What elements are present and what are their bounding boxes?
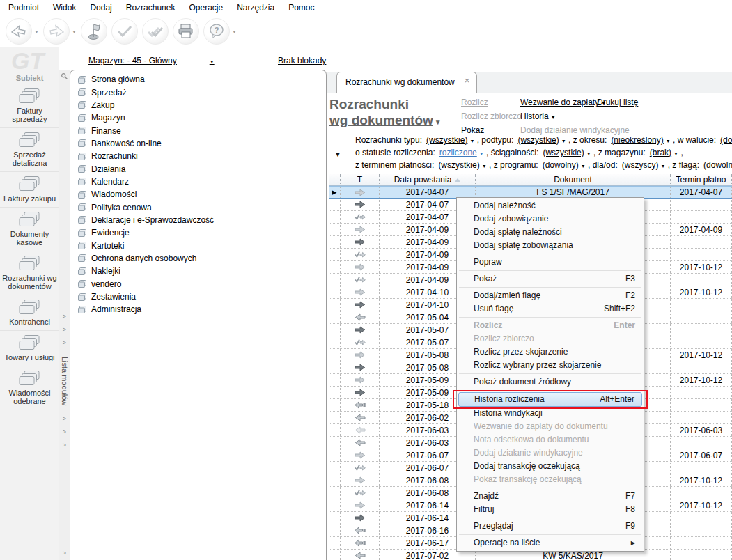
tree-item-magazyn[interactable]: Magazyn: [76, 111, 326, 124]
flag-button[interactable]: [81, 18, 107, 45]
tree-item-vendero[interactable]: vendero: [76, 278, 326, 290]
filter-value-dowolny[interactable]: (dowolny)▼: [543, 160, 586, 170]
row-marker-cell: [329, 236, 341, 248]
tree-item-ochrona-danych-osobowych[interactable]: Ochrona danych osobowych: [76, 252, 326, 265]
tree-item-zestawienia[interactable]: Zestawienia: [76, 290, 326, 303]
module-item-towary-i-uslugi[interactable]: Towary i usługi: [0, 330, 59, 366]
column-header-termin-platno[interactable]: Termin płatno: [671, 174, 732, 185]
tree-item-deklaracje-i-e-sprawozdawczosc[interactable]: Deklaracje i e-Sprawozdawczość: [76, 214, 326, 226]
menu-item-popraw[interactable]: Popraw: [457, 256, 644, 269]
tree-item-polityka-cenowa[interactable]: Polityka cenowa: [76, 201, 326, 213]
sort-asc-icon: [455, 178, 460, 182]
nav-back-button[interactable]: [6, 18, 32, 45]
warehouse-selector[interactable]: Magazyn: - 45 - Główny▼: [88, 56, 245, 65]
menu-item-pokaz[interactable]: PokażF3: [457, 272, 644, 286]
column-header-dokument[interactable]: Dokument: [476, 174, 671, 185]
filter-label: z terminem płatności:: [355, 160, 434, 170]
filter-value-wszystkie[interactable]: (wszystkie)▼: [438, 160, 486, 170]
tab-rozrachunki-wg-dokumentow[interactable]: Rozrachunki wg dokumentów ×: [336, 72, 477, 93]
type-cell: [341, 487, 380, 499]
chevron-down-icon[interactable]: ▼: [232, 29, 237, 34]
help-button[interactable]: ?: [203, 18, 230, 45]
menu-item-dodaj-transakcje-oczekujaca[interactable]: Dodaj transakcję oczekującą: [457, 460, 644, 473]
action-link-drukuj-liste[interactable]: Drukuj listę: [597, 98, 638, 107]
nav-forward-button[interactable]: [43, 18, 70, 45]
filter-value-nieokreslony[interactable]: (nieokreślony)▼: [611, 135, 670, 145]
menu-item-rozlicz-wybrany-przez-skojarzenie[interactable]: Rozlicz wybrany przez skojarzenie: [457, 359, 644, 372]
due-date-cell: [671, 236, 732, 248]
menubar-item-operacje[interactable]: Operacje: [182, 1, 230, 15]
menu-item-usun-flage[interactable]: Usuń flagęShift+F2: [457, 302, 644, 316]
chevron-down-icon[interactable]: ▼: [34, 29, 39, 34]
tree-item-wiadomosci[interactable]: Wiadomości: [76, 188, 326, 201]
filter-collapse-toggle[interactable]: ▼: [334, 150, 341, 158]
tree-item-strona-glowna[interactable]: Strona główna: [76, 73, 326, 86]
menu-item-historia-windykacji[interactable]: Historia windykacji: [457, 407, 644, 420]
row-marker-cell: [329, 512, 341, 524]
print-button[interactable]: [173, 18, 199, 45]
module-item-faktury-zakupu[interactable]: Faktury zakupu: [0, 171, 59, 207]
menu-item-dodaj-splate-naleznosci[interactable]: Dodaj spłatę należności: [457, 226, 644, 239]
tree-item-rozrachunki[interactable]: Rozrachunki: [76, 150, 326, 162]
module-item-sprzedaz-detaliczna[interactable]: Sprzedaż detaliczna: [0, 127, 59, 171]
filter-value-rozliczone[interactable]: rozliczone▼: [439, 148, 484, 157]
tree-item-sprzedaz[interactable]: Sprzedaż: [76, 86, 326, 98]
menubar-item-narzedzia[interactable]: Narzędzia: [230, 1, 281, 15]
tree-item-naklejki[interactable]: Naklejki: [76, 265, 326, 277]
filter-value-dowolna[interactable]: (dowolna)▼: [720, 135, 732, 145]
filter-value-wszystkie[interactable]: (wszystkie)▼: [517, 135, 566, 145]
column-header-data-powstania[interactable]: Data powstania: [380, 174, 476, 185]
menubar-item-rozrachunek[interactable]: Rozrachunek: [119, 1, 182, 15]
menu-item-rozlicz-przez-skojarzenie[interactable]: Rozlicz przez skojarzenie: [457, 345, 644, 359]
menu-item-operacje-na-liscie[interactable]: Operacje na liście▶: [457, 536, 644, 550]
filter-value-wszystkie[interactable]: (wszystkie)▼: [426, 135, 474, 145]
chevron-right-icon[interactable]: >: [63, 547, 66, 560]
menubar-item-dodaj[interactable]: Dodaj: [83, 1, 118, 15]
menu-item-dodaj-zobowiazanie[interactable]: Dodaj zobowiązanie: [457, 212, 644, 226]
menubar-item-podmiot[interactable]: Podmiot: [1, 1, 46, 15]
action-link-historia[interactable]: Historia▼: [520, 111, 630, 121]
settle-batch-button[interactable]: [142, 18, 169, 45]
tree-item-ewidencje[interactable]: Ewidencje: [76, 226, 326, 239]
menu-item-znajdz[interactable]: ZnajdźF7: [457, 490, 644, 503]
tree-item-kartoteki[interactable]: Kartoteki: [76, 239, 326, 251]
column-header-t[interactable]: T: [341, 174, 380, 185]
menu-item-pokaz-dokument-zrodlowy[interactable]: Pokaż dokument źródłowy: [457, 375, 644, 389]
chevron-right-icon[interactable]: >: [63, 323, 66, 336]
lock-status-link[interactable]: Brak blokady: [278, 56, 326, 65]
filter-value-dowolna[interactable]: (dowolna)▼: [703, 160, 732, 170]
menu-item-dodaj-splate-zobowiazania[interactable]: Dodaj spłatę zobowiązania: [457, 239, 644, 252]
module-item-dokumenty-kasowe[interactable]: Dokumenty kasowe: [0, 207, 59, 251]
menu-item-historia-rozliczenia[interactable]: Historia rozliczeniaAlt+Enter: [458, 392, 642, 407]
tree-item-dzialania[interactable]: Działania: [76, 162, 326, 175]
tree-item-zakup[interactable]: Zakup: [76, 99, 326, 111]
module-item-rozrachunki-wg-dokumentow[interactable]: Rozrachunki wg dokumentów: [0, 251, 59, 295]
filter-value-brak[interactable]: (brak)▼: [650, 148, 678, 157]
page-title[interactable]: Rozrachunki wg dokumentów▼: [329, 96, 442, 130]
chevron-right-icon[interactable]: >: [63, 426, 66, 439]
menu-item-dodaj-zmien-flage[interactable]: Dodaj/zmień flagęF2: [457, 289, 644, 302]
chevron-right-icon[interactable]: >: [63, 439, 66, 452]
menu-item-przegladaj[interactable]: PrzeglądajF9: [457, 520, 644, 533]
chevron-right-icon[interactable]: >: [63, 412, 66, 426]
chevron-down-icon[interactable]: ▼: [72, 29, 77, 34]
module-item-wiadomosci-odebrane[interactable]: Wiadomości odebrane: [0, 366, 59, 410]
tree-item-finanse[interactable]: Finanse: [76, 124, 326, 137]
module-item-kontrahenci[interactable]: Kontrahenci: [0, 295, 59, 330]
module-item-faktury-sprzedazy[interactable]: Faktury sprzedaży: [0, 84, 59, 127]
pin-icon[interactable]: [61, 72, 68, 80]
chevron-right-icon[interactable]: >: [63, 310, 66, 323]
filter-value-wszystkie[interactable]: (wszystkie)▼: [543, 148, 591, 157]
chevron-right-icon[interactable]: >: [63, 336, 66, 350]
filter-value-wszyscy[interactable]: (wszyscy)▼: [622, 160, 666, 170]
settle-button[interactable]: [111, 18, 138, 45]
menubar-item-widok[interactable]: Widok: [46, 1, 83, 15]
tree-item-bankowosc-on-line[interactable]: Bankowość on-line: [76, 137, 326, 150]
tree-item-administracja[interactable]: Administracja: [76, 303, 326, 316]
menubar-item-pomoc[interactable]: Pomoc: [281, 1, 321, 15]
menu-item-dodaj-naleznosc[interactable]: Dodaj należność: [457, 199, 644, 212]
close-icon[interactable]: ×: [465, 75, 470, 86]
menu-item-filtruj[interactable]: FiltrujF8: [457, 503, 644, 516]
tree-item-kalendarz[interactable]: Kalendarz: [76, 176, 326, 188]
column-header-marker[interactable]: [329, 174, 341, 185]
